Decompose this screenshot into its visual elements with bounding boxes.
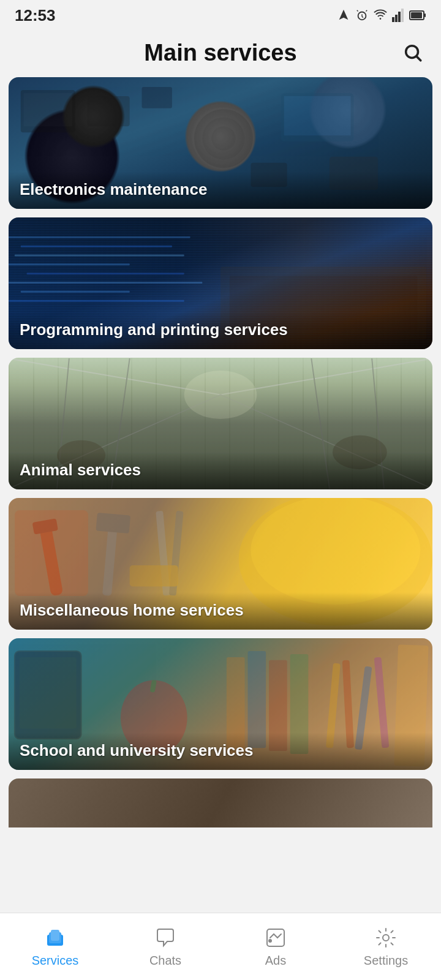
svg-rect-26 <box>27 273 184 274</box>
status-icons <box>337 9 426 22</box>
wifi-icon <box>374 9 387 22</box>
svg-rect-7 <box>411 12 422 18</box>
ads-nav-icon <box>263 925 288 950</box>
svg-rect-29 <box>9 300 184 302</box>
svg-rect-5 <box>401 9 404 22</box>
settings-nav-label: Settings <box>364 954 408 968</box>
service-card-partial[interactable] <box>9 778 432 827</box>
main-content: Electronics maintenance Programming and … <box>0 77 441 907</box>
svg-rect-14 <box>141 87 172 108</box>
nav-item-ads[interactable]: Ads <box>221 925 331 968</box>
service-card-electronics[interactable]: Electronics maintenance <box>9 77 432 209</box>
svg-rect-51 <box>130 565 178 587</box>
nav-icon <box>337 9 350 22</box>
signal-icon <box>392 9 404 22</box>
svg-rect-43 <box>39 522 63 596</box>
services-nav-label: Services <box>32 954 79 968</box>
service-card-home[interactable]: Miscellaneous home services <box>9 498 432 630</box>
svg-point-17 <box>211 126 236 151</box>
page-title: Main services <box>42 40 399 66</box>
svg-point-69 <box>268 939 272 943</box>
svg-point-1 <box>380 18 382 20</box>
nav-item-services[interactable]: Services <box>0 925 110 968</box>
bottom-nav: Services Chats Ads Settings <box>0 913 441 980</box>
svg-rect-46 <box>96 513 130 533</box>
status-time: 12:53 <box>15 6 56 25</box>
svg-rect-44 <box>32 518 58 534</box>
svg-rect-8 <box>424 13 426 17</box>
card-label-programming: Programming and printing services <box>9 312 432 349</box>
services-nav-icon <box>43 925 67 950</box>
svg-point-50 <box>251 498 420 605</box>
svg-rect-4 <box>398 12 401 22</box>
svg-rect-12 <box>24 93 72 126</box>
svg-point-70 <box>383 935 389 941</box>
svg-rect-2 <box>392 17 394 22</box>
cards-container: Electronics maintenance Programming and … <box>0 77 441 827</box>
battery-icon <box>409 9 426 22</box>
service-card-programming[interactable]: Programming and printing services <box>9 217 432 349</box>
card-label-home: Miscellaneous home services <box>9 592 432 630</box>
svg-rect-25 <box>9 263 130 265</box>
card-label-animal: Animal services <box>9 452 432 489</box>
status-bar: 12:53 <box>0 0 441 31</box>
svg-rect-3 <box>395 15 398 22</box>
svg-line-10 <box>417 56 420 60</box>
chats-nav-label: Chats <box>149 954 181 968</box>
ads-nav-label: Ads <box>265 954 286 968</box>
svg-rect-53 <box>20 657 77 729</box>
card-image-partial <box>9 778 432 827</box>
svg-rect-23 <box>21 246 172 247</box>
nav-item-chats[interactable]: Chats <box>110 925 221 968</box>
svg-rect-67 <box>51 930 59 941</box>
svg-rect-13 <box>88 96 130 126</box>
settings-nav-icon <box>374 925 398 950</box>
service-card-school[interactable]: School and university services <box>9 638 432 770</box>
svg-rect-27 <box>9 282 202 284</box>
chats-nav-icon <box>153 925 178 950</box>
header: Main services <box>0 31 441 77</box>
card-label-electronics: Electronics maintenance <box>9 172 432 209</box>
svg-rect-22 <box>9 236 190 238</box>
svg-rect-28 <box>21 291 130 293</box>
alarm-icon <box>355 9 369 22</box>
service-card-animal[interactable]: Animal services <box>9 358 432 489</box>
svg-rect-19 <box>284 96 351 135</box>
nav-item-settings[interactable]: Settings <box>331 925 441 968</box>
svg-rect-24 <box>15 255 184 257</box>
svg-point-40 <box>184 371 257 419</box>
card-label-school: School and university services <box>9 733 432 770</box>
search-button[interactable] <box>399 39 426 66</box>
